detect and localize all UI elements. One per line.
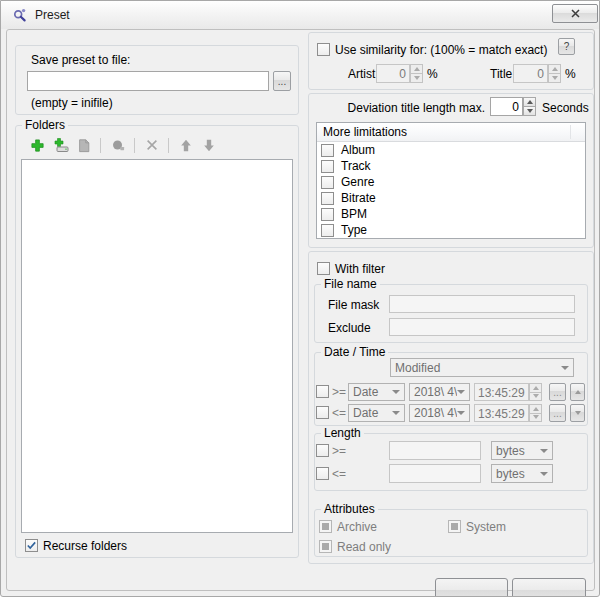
date-le-time-spinner[interactable] (529, 404, 542, 422)
system-label: System (466, 520, 506, 534)
exclude-label: Exclude (328, 321, 371, 335)
use-similarity-checkbox[interactable] (317, 43, 330, 56)
chevron-down-icon (457, 411, 465, 415)
track-checkbox[interactable] (321, 160, 334, 173)
length-ge-checkbox[interactable] (316, 444, 329, 457)
length-le-checkbox[interactable] (316, 467, 329, 480)
add-drive-icon[interactable] (52, 137, 69, 154)
list-item[interactable]: Genre (317, 174, 585, 190)
save-preset-input[interactable] (27, 71, 269, 91)
date-ge-checkbox[interactable] (316, 385, 329, 398)
length-unit-value: bytes (496, 467, 525, 481)
artist-spinner[interactable] (410, 64, 423, 83)
move-down-icon[interactable] (200, 137, 217, 154)
length-le-input[interactable] (389, 464, 481, 483)
length-ge-input[interactable] (389, 441, 481, 460)
list-item[interactable]: Track (317, 158, 585, 174)
date-ge-time-input[interactable]: 13:45:29 (474, 383, 529, 401)
date-le-down-button[interactable] (570, 404, 585, 422)
type-checkbox[interactable] (321, 224, 334, 237)
date-le-checkbox[interactable] (316, 406, 329, 419)
title-percent-input[interactable]: 0 (513, 64, 548, 83)
file-name-group-label: File name (321, 277, 380, 291)
chevron-down-icon (540, 449, 548, 453)
album-checkbox[interactable] (321, 144, 334, 157)
close-button[interactable] (552, 4, 598, 23)
date-ge-up-button[interactable] (570, 383, 585, 401)
archive-label: Archive (337, 520, 377, 534)
date-ge-browse-button[interactable]: ... (549, 383, 566, 401)
toolbar-separator (100, 138, 101, 153)
with-filter-checkbox[interactable] (317, 262, 330, 275)
bitrate-checkbox[interactable] (321, 192, 334, 205)
track-label: Track (341, 159, 371, 173)
arrow-down-icon (575, 411, 581, 415)
stamp-icon[interactable] (109, 137, 126, 154)
add-folder-icon[interactable] (29, 137, 46, 154)
column-separator (570, 125, 571, 139)
deviation-spinner[interactable] (523, 97, 536, 116)
chevron-down-icon (540, 472, 548, 476)
date-value: 2018\ 4\ 25 (414, 385, 457, 399)
date-le-browse-button[interactable]: ... (549, 404, 566, 422)
dialog-button-left[interactable] (435, 578, 508, 597)
date-field-value: Date (353, 385, 378, 399)
exclude-input[interactable] (389, 318, 575, 336)
indeterminate-mark (322, 543, 329, 550)
list-item[interactable]: Bitrate (317, 190, 585, 206)
title-label: Title (490, 67, 512, 81)
move-up-icon[interactable] (177, 137, 194, 154)
date-ge-field-select[interactable]: Date (348, 383, 405, 401)
arrow-up-icon (575, 390, 581, 394)
length-group-label: Length (321, 426, 364, 440)
folders-group-label: Folders (22, 118, 68, 132)
save-preset-browse-button[interactable]: ... (273, 71, 291, 91)
file-mask-input[interactable] (389, 295, 575, 313)
dialog-button-right[interactable] (512, 578, 586, 597)
chevron-down-icon (457, 390, 465, 394)
recurse-folders-checkbox[interactable] (25, 539, 38, 552)
delete-icon[interactable] (143, 137, 160, 154)
help-button[interactable]: ? (558, 38, 575, 55)
close-icon (571, 7, 580, 21)
date-mode-select[interactable]: Modified (390, 358, 574, 377)
folders-list[interactable] (21, 159, 293, 533)
date-le-time-input[interactable]: 13:45:29 (474, 404, 529, 422)
archive-checkbox[interactable] (319, 520, 332, 533)
date-le-op-label: <= (332, 406, 346, 420)
limitations-header[interactable]: More limitations (317, 123, 585, 142)
deviation-input[interactable]: 0 (490, 97, 523, 116)
list-item[interactable]: Album (317, 142, 585, 158)
check-icon (26, 540, 37, 551)
deviation-unit-label: Seconds (542, 101, 589, 115)
title-spinner[interactable] (548, 64, 561, 83)
type-label: Type (341, 223, 367, 237)
bpm-checkbox[interactable] (321, 208, 334, 221)
recurse-folders-label: Recurse folders (43, 539, 127, 553)
list-item[interactable]: Type (317, 222, 585, 238)
use-similarity-label: Use similarity for: (100% = match exact) (335, 43, 547, 57)
length-ge-unit-select[interactable]: bytes (491, 441, 553, 460)
date-mode-value: Modified (395, 361, 440, 375)
folders-toolbar (29, 135, 217, 155)
deviation-label: Deviation title length max. (308, 101, 485, 115)
genre-checkbox[interactable] (321, 176, 334, 189)
new-document-icon[interactable] (75, 137, 92, 154)
date-field-value: Date (353, 406, 378, 420)
length-le-op-label: <= (332, 467, 346, 481)
artist-percent-input[interactable]: 0 (376, 64, 410, 83)
chevron-down-icon (392, 411, 400, 415)
date-ge-time-spinner[interactable] (529, 383, 542, 401)
date-le-field-select[interactable]: Date (348, 404, 405, 422)
artist-unit-label: % (427, 67, 438, 81)
date-ge-date-picker[interactable]: 2018\ 4\ 25 (409, 383, 470, 401)
date-le-date-picker[interactable]: 2018\ 4\ 25 (409, 404, 470, 422)
indeterminate-mark (451, 523, 458, 530)
length-unit-value: bytes (496, 444, 525, 458)
list-item[interactable]: BPM (317, 206, 585, 222)
system-checkbox[interactable] (448, 520, 461, 533)
window-title: Preset (35, 8, 70, 22)
read-only-checkbox[interactable] (319, 540, 332, 553)
length-le-unit-select[interactable]: bytes (491, 464, 553, 483)
date-time-group-label: Date / Time (321, 345, 388, 359)
